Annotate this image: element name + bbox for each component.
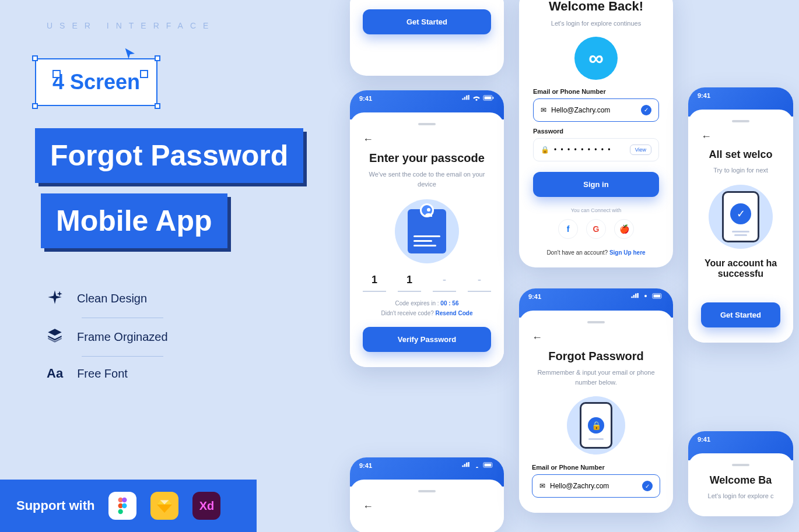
success-subtitle: Try to login for next (701, 165, 780, 175)
welcome-subtitle: Let's login for explore c (701, 491, 780, 501)
phone-success-partial: 9:41 ← All set welco Try to login for ne… (688, 87, 793, 343)
time-label: 9:41 (359, 462, 372, 469)
password-label: Password (533, 128, 659, 135)
password-input[interactable]: 🔒 • • • • • • • • • View (533, 138, 659, 161)
feature-label: Frame Orginazed (77, 330, 168, 344)
time-label: 9:41 (359, 95, 372, 102)
feature-frame-organized: Frame Orginazed (47, 318, 168, 356)
phone-forgot: 9:41 ← Forgot Password Remmember & input… (519, 288, 673, 513)
svg-point-3 (122, 503, 127, 508)
layers-icon (47, 327, 63, 347)
phone-passcode: 9:41 ← Enter your passcode We've sent th… (350, 90, 504, 367)
passcode-title: Enter your passcode (363, 152, 491, 165)
sketch-icon (150, 492, 178, 520)
lock-icon: 🔒 (541, 146, 549, 154)
email-value: Hello@Zachry.com (550, 482, 609, 490)
forgot-subtitle: Remmember & input your email or phone nu… (532, 368, 660, 387)
email-input[interactable]: ✉ Hello@Zachry.com ✓ (532, 474, 660, 498)
success-heading2: successfu (701, 269, 780, 279)
check-icon: ✓ (642, 481, 653, 491)
success-heading: Your account ha (701, 258, 780, 269)
title-forgot-password: Forgot Password (35, 128, 303, 183)
status-icons (462, 462, 495, 469)
title-mobile-app: Mobile App (41, 193, 227, 248)
verify-button[interactable]: Verify Password (363, 327, 491, 352)
signin-button[interactable]: Sign in (533, 172, 659, 197)
check-icon: ✓ (641, 105, 651, 115)
welcome-title: Welcome Ba (701, 474, 780, 487)
phone-intro-partial: Get Started (350, 0, 504, 76)
signup-link[interactable]: Sign Up here (609, 249, 646, 256)
figma-icon (108, 492, 136, 520)
time-label: 9:41 (528, 293, 541, 300)
google-icon[interactable]: G (586, 219, 606, 239)
back-icon[interactable]: ← (363, 501, 491, 513)
phone-passcode-partial: 9:41 ← (350, 457, 504, 532)
resend-link[interactable]: Resend Code (436, 310, 473, 316)
svg-point-4 (118, 509, 123, 514)
back-icon[interactable]: ← (363, 133, 491, 146)
four-screen-badge-wrap: 4 Screen (35, 58, 157, 106)
email-label: Email or Phone Number (532, 464, 660, 471)
facebook-icon[interactable]: f (558, 219, 578, 239)
apple-icon[interactable]: 🍎 (614, 219, 634, 239)
svg-point-1 (122, 498, 127, 502)
back-icon[interactable]: ← (701, 131, 780, 143)
support-label: Support with (16, 498, 94, 513)
lock-icon: 🔒 (588, 417, 604, 434)
pin-input-row[interactable]: 1 1 - - (363, 274, 491, 292)
back-icon[interactable]: ← (532, 332, 660, 344)
get-started-button[interactable]: Get Started (701, 302, 780, 327)
success-illustration: ✓ (709, 185, 773, 249)
phone-welcome-partial: 9:41 Welcome Ba Let's login for explore … (688, 431, 793, 516)
login-subtitle: Let's login for explore continues (533, 19, 659, 29)
svg-rect-7 (493, 97, 494, 98)
success-title: All set welco (701, 149, 780, 161)
xd-icon: Xd (192, 492, 220, 520)
signup-text: Don't have an account? Sign Up here (533, 249, 659, 256)
login-title: Welcome Back! (533, 0, 659, 14)
feature-free-font: Aa Free Font (47, 357, 168, 390)
forgot-illustration: 🔒 (567, 396, 625, 455)
svg-point-8 (427, 208, 430, 212)
status-icons (462, 95, 495, 102)
get-started-button[interactable]: Get Started (363, 9, 491, 34)
ui-interface-label: USER INTERFACE (47, 21, 215, 30)
support-bar: Support with Xd (0, 480, 257, 532)
status-icons (631, 293, 664, 300)
svg-rect-10 (485, 464, 492, 467)
phone-login: Welcome Back! Let's login for explore co… (519, 0, 673, 267)
email-value: Hello@Zachry.com (551, 106, 610, 114)
pin-digit[interactable]: - (468, 274, 491, 292)
password-value: • • • • • • • • • (554, 146, 611, 154)
passcode-subtitle: We've sent the code to the email on your… (363, 170, 491, 189)
time-label: 9:41 (698, 436, 710, 443)
check-icon: ✓ (730, 203, 751, 224)
mail-icon: ✉ (539, 482, 545, 490)
feature-label: Free Font (77, 367, 128, 380)
email-label: Email or Phone Number (533, 88, 659, 95)
expire-text: Code expires in : 00 : 56 (363, 300, 491, 306)
mail-icon: ✉ (541, 106, 546, 114)
svg-rect-13 (654, 295, 661, 298)
four-screen-badge: 4 Screen (35, 58, 157, 106)
time-label: 9:41 (698, 92, 710, 99)
four-screen-text: 4 Screen (52, 70, 140, 94)
pin-digit[interactable]: 1 (363, 274, 386, 292)
view-toggle[interactable]: View (630, 145, 651, 155)
pin-digit[interactable]: 1 (398, 274, 421, 292)
infinity-icon: ∞ (588, 46, 604, 71)
pin-digit[interactable]: - (433, 274, 456, 292)
feature-label: Clean Design (77, 292, 147, 305)
connect-label: You can Connect with (533, 207, 659, 213)
font-icon: Aa (47, 366, 63, 381)
svg-point-11 (644, 295, 647, 297)
passcode-illustration (395, 199, 459, 263)
email-input[interactable]: ✉ Hello@Zachry.com ✓ (533, 98, 659, 122)
feature-clean-design: Clean Design (47, 280, 168, 318)
svg-rect-6 (485, 97, 492, 100)
resend-text: Didn't receive code? Resend Code (363, 310, 491, 316)
sparkle-icon (47, 289, 63, 308)
app-logo: ∞ (574, 37, 618, 80)
forgot-title: Forgot Password (532, 350, 660, 363)
